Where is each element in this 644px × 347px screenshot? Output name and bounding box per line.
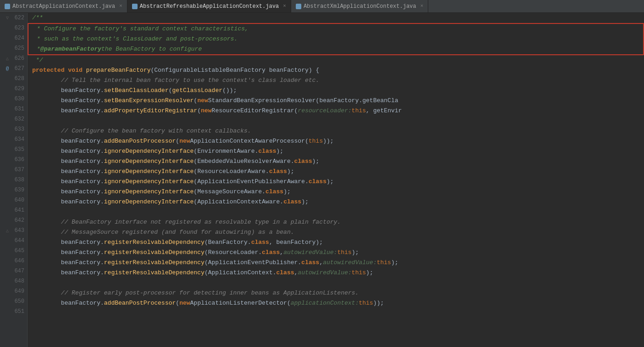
code-text-640b: ignoreDependencyInterface [104, 197, 194, 207]
code-text-639b: ignoreDependencyInterface [104, 187, 194, 197]
code-line-637: beanFactory. ignoreDependencyInterface (… [28, 167, 644, 177]
gutter-row-650: 650 [0, 296, 27, 307]
code-text-635b: ignoreDependencyInterface [104, 146, 194, 156]
gutter-space-649 [4, 288, 11, 295]
line-number-625: 625 [12, 45, 24, 52]
gutter-space-624 [4, 35, 11, 41]
code-text-625d: beanFactory [62, 44, 101, 54]
gutter-space-634 [4, 136, 11, 143]
gutter-row-622: ▽ 622 [0, 13, 27, 23]
line-number-650: 650 [12, 298, 24, 305]
gutter-row-646: 646 [0, 256, 27, 266]
gutter-row-645: 645 [0, 246, 27, 256]
code-line-624: * such as the context's ClassLoader and … [29, 34, 643, 44]
code-text-634b: addBeanPostProcessor [104, 136, 176, 146]
gutter-row-648: 648 [0, 276, 27, 286]
code-text-637a: beanFactory. [32, 167, 104, 177]
gutter-row-641: 641 [0, 205, 27, 215]
code-line-630: beanFactory. setBeanExpressionResolver (… [28, 96, 644, 106]
code-text-634d: new [179, 136, 190, 146]
code-text-630b: setBeanExpressionResolver [104, 96, 194, 106]
code-line-649: // Register early post-processor for det… [28, 288, 644, 298]
code-text-631b: addPropertyEditorRegistrar [104, 106, 197, 116]
code-text-645e: , [280, 248, 283, 258]
tab-abstract-xml-application-context[interactable]: AbstractXmlApplicationContext.java × [291, 0, 428, 12]
gutter-row-637: 637 [0, 165, 27, 175]
gutter-row-630: 630 [0, 94, 27, 104]
code-text-647f: autowiredValue: [298, 268, 351, 278]
tab-close-icon-2[interactable]: × [283, 4, 286, 9]
gutter-space-641 [4, 207, 11, 214]
code-line-643: // MessageSource registered (and found f… [28, 227, 644, 237]
code-text-629c: ( [168, 86, 172, 96]
gutter-row-651: 651 [0, 307, 27, 317]
code-text-625e: the BeanFactory to configure [101, 44, 201, 54]
fold-icon-622[interactable]: ▽ [4, 15, 11, 21]
code-text-650c: ( [176, 298, 179, 308]
code-text-650a: beanFactory. [32, 298, 104, 308]
code-line-633: // Configure the bean factory with conte… [28, 126, 644, 136]
gutter-row-638: 638 [0, 175, 27, 185]
code-text-634c: ( [176, 136, 179, 146]
gutter-row-635: 635 [0, 145, 27, 155]
code-text-646i: ); [391, 258, 398, 268]
code-line-638: beanFactory. ignoreDependencyInterface (… [28, 177, 644, 187]
gutter-space-636 [4, 156, 11, 163]
code-line-628: // Tell the internal bean factory to use… [28, 75, 644, 86]
fold-icon-643[interactable]: △ [4, 227, 11, 234]
line-number-638: 638 [12, 177, 24, 183]
code-text-647d: class [276, 268, 294, 278]
tab-abstract-application-context[interactable]: AbstractApplicationContext.java × [0, 0, 127, 12]
gutter-row-636: 636 [0, 155, 27, 165]
gutter-row-633: 633 [0, 124, 27, 134]
code-line-623: * Configure the factory's standard conte… [29, 24, 643, 34]
gutter-space-623 [4, 25, 11, 31]
code-text-631f: resourceLoader: [298, 106, 351, 116]
code-text-645b: registerResolvableDependency [104, 248, 204, 258]
code-line-629: beanFactory. setBeanClassLoader ( getCla… [28, 86, 644, 96]
line-number-640: 640 [12, 197, 24, 203]
code-text-640c: (ApplicationContextAware. [194, 197, 283, 207]
code-text-636c: (EmbeddedValueResolverAware. [194, 156, 294, 167]
code-text-638a: beanFactory. [32, 177, 104, 187]
gutter-row-624: 624 [0, 33, 27, 43]
gutter-space-647 [4, 268, 11, 274]
line-number-626: 626 [12, 55, 24, 62]
code-text-650e: ApplicationListenerDetector( [190, 298, 290, 308]
tab-close-icon[interactable]: × [119, 4, 122, 9]
code-line-636: beanFactory. ignoreDependencyInterface (… [28, 156, 644, 167]
code-text-646f: autowiredValue: [323, 258, 377, 268]
code-text-645i: ); [351, 248, 359, 258]
code-text-638e: ); [327, 177, 334, 187]
code-text-643: // MessageSource registered (and found f… [32, 227, 294, 237]
code-text-637e: ); [287, 167, 294, 177]
tab-abstract-refreshable-application-context[interactable]: AbstractRefreshableApplicationContext.ja… [127, 0, 291, 12]
gutter-space-651 [4, 308, 11, 315]
gutter-space-628 [4, 75, 11, 82]
tab-close-icon-3[interactable]: × [420, 4, 424, 9]
fold-icon-626[interactable]: △ [4, 55, 11, 62]
code-content[interactable]: /** * Configure the factory's standard c… [28, 13, 644, 347]
java-file-icon-3 [296, 4, 301, 9]
code-line-650: beanFactory. addBeanPostProcessor ( new … [28, 298, 644, 308]
code-text-650i: )); [373, 298, 384, 308]
code-line-648 [28, 278, 644, 288]
java-file-icon-2 [132, 4, 138, 9]
gutter-space-632 [4, 116, 11, 122]
gutter-space-629 [4, 86, 11, 92]
code-text-639e: ); [283, 187, 291, 197]
code-text-639a: beanFactory. [32, 187, 104, 197]
code-text-622: /** [32, 13, 43, 23]
code-text-648 [32, 278, 36, 288]
code-text-627c: void [68, 65, 82, 75]
code-text-630e: StandardBeanExpressionResolver(beanFacto… [208, 96, 398, 106]
code-text-631e: ResourceEditorRegistrar( [212, 106, 298, 116]
code-text-646e: , [319, 258, 323, 268]
line-number-648: 648 [12, 278, 24, 284]
gutter-space-630 [4, 96, 11, 102]
code-text-634g: )); [323, 136, 334, 146]
code-text-645f: autowiredValue: [283, 248, 337, 258]
line-number-629: 629 [12, 86, 24, 92]
line-number-644: 644 [12, 237, 24, 244]
line-number-624: 624 [12, 35, 24, 41]
